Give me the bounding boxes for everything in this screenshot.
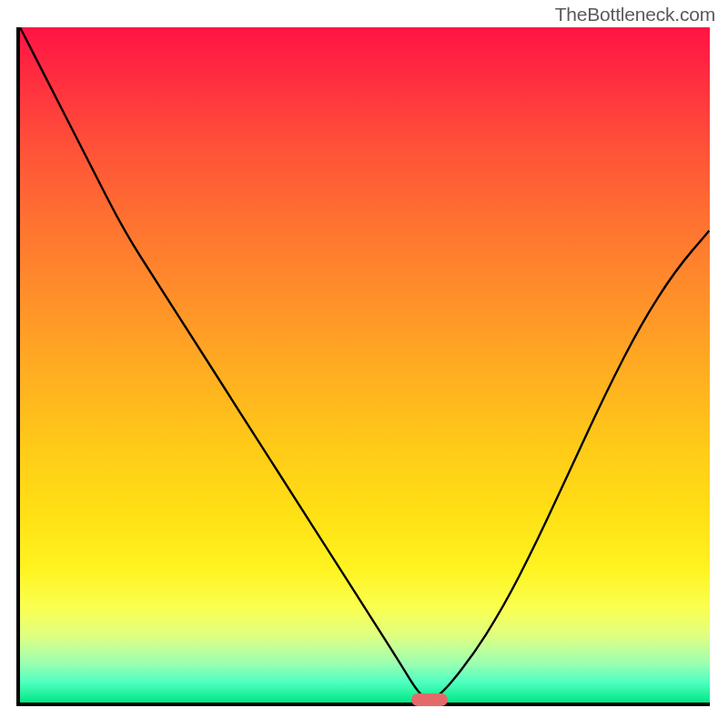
curve-svg [20, 27, 710, 703]
optimal-marker [411, 693, 448, 706]
watermark-text: TheBottleneck.com [555, 4, 715, 25]
bottleneck-curve [20, 27, 710, 700]
chart-container: TheBottleneck.com [0, 0, 728, 728]
plot-area [16, 27, 710, 706]
